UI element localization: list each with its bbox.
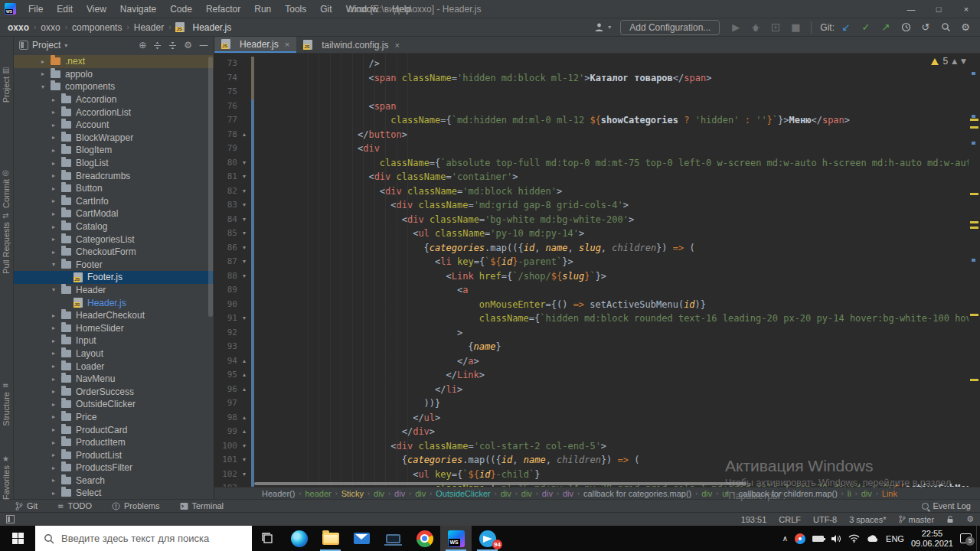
- chevron-right-icon[interactable]: ▸: [52, 312, 61, 319]
- chevron-right-icon[interactable]: ▸: [52, 401, 61, 408]
- run-icon[interactable]: ▶: [729, 21, 743, 34]
- code-line-97[interactable]: 97))}: [214, 396, 980, 411]
- fold-marker-icon[interactable]: ▾: [237, 439, 251, 454]
- editor-crumb-div[interactable]: div: [501, 489, 511, 498]
- git-branch-widget[interactable]: master: [899, 515, 935, 524]
- fold-marker-icon[interactable]: ▴: [237, 425, 251, 439]
- taskbar-edge[interactable]: [283, 526, 315, 551]
- locate-file-icon[interactable]: ⊕: [139, 40, 146, 51]
- chevron-right-icon[interactable]: ▸: [52, 350, 61, 357]
- tree-item-header[interactable]: ▾Header: [14, 284, 214, 297]
- code-line-102[interactable]: 102▾<ul key={`${id}-child`}: [214, 468, 980, 482]
- fold-marker-icon[interactable]: ▴: [237, 368, 251, 383]
- close-tab-icon[interactable]: ×: [395, 41, 400, 50]
- chevron-right-icon[interactable]: ▸: [52, 388, 61, 395]
- chevron-right-icon[interactable]: ▸: [52, 122, 61, 129]
- search-icon[interactable]: [939, 21, 952, 34]
- chevron-right-icon[interactable]: ▸: [52, 172, 61, 179]
- tree-item-footer-js[interactable]: Footer.js: [14, 271, 214, 284]
- menu-view[interactable]: View: [80, 0, 113, 18]
- code-line-84[interactable]: 84▾<div className='bg-white md:bg-white-…: [214, 213, 980, 227]
- chevron-right-icon[interactable]: ▸: [52, 363, 61, 370]
- tool-window-problems[interactable]: Problems: [112, 501, 159, 510]
- stripe-item-favorites[interactable]: Favorites: [2, 465, 11, 500]
- menu-refactor[interactable]: Refactor: [199, 0, 247, 18]
- highlighting-level-icon[interactable]: ⚙: [966, 514, 974, 524]
- panel-settings-gear-icon[interactable]: ⚙: [184, 40, 192, 51]
- editor-crumb-header[interactable]: header: [305, 489, 331, 498]
- expand-all-icon[interactable]: [153, 41, 162, 50]
- chevron-right-icon[interactable]: ▸: [52, 236, 61, 243]
- editor-crumb-callback-for-categories-map-[interactable]: callback for categories.map(): [583, 489, 691, 498]
- code-line-101[interactable]: 101▾{categories.map(({id, name, children…: [214, 453, 980, 468]
- editor-crumb-outsideclicker[interactable]: OutsideClicker: [436, 489, 491, 498]
- editor-crumb-div[interactable]: div: [861, 489, 872, 498]
- menu-run[interactable]: Run: [247, 0, 278, 18]
- tree-item-appolo[interactable]: ▸appolo: [14, 68, 214, 81]
- file-encoding[interactable]: UTF-8: [813, 515, 837, 524]
- tree-item-cartmodal[interactable]: ▸CartModal: [14, 207, 214, 220]
- coverage-icon[interactable]: [769, 21, 782, 34]
- editor-crumb-div[interactable]: div: [394, 489, 405, 498]
- menu-edit[interactable]: Edit: [50, 0, 80, 18]
- tree-item-productcard[interactable]: ▸ProductCard: [14, 423, 214, 436]
- fold-marker-icon[interactable]: ▾: [237, 156, 251, 171]
- tool-window-git[interactable]: Git: [15, 501, 38, 510]
- tree-item-price[interactable]: ▸Price: [14, 411, 214, 424]
- tree-item-ordersuccess[interactable]: ▸OrderSuccess: [14, 385, 214, 398]
- editor-crumb-ul[interactable]: ul: [722, 489, 729, 498]
- tool-window-terminal[interactable]: Terminal: [180, 501, 224, 510]
- lock-icon[interactable]: [946, 515, 954, 523]
- editor-crumb-li[interactable]: li: [848, 489, 851, 498]
- menu-code[interactable]: Code: [163, 0, 199, 18]
- chevron-right-icon[interactable]: ▸: [52, 96, 61, 103]
- fold-marker-icon[interactable]: ▴: [237, 383, 251, 397]
- editor-crumb-div[interactable]: div: [563, 489, 573, 498]
- code-line-76[interactable]: 76<span: [214, 99, 980, 114]
- tree-item-footer[interactable]: ▾Footer: [14, 259, 214, 272]
- tree-item-components[interactable]: ▾components: [14, 80, 214, 93]
- tree-item-select[interactable]: ▸Select: [14, 487, 214, 499]
- code-line-93[interactable]: 93{name}: [214, 340, 980, 354]
- collapse-all-icon[interactable]: [168, 41, 177, 50]
- stripe-item-project[interactable]: Project: [2, 77, 11, 103]
- code-line-85[interactable]: 85▾<ul className='py-10 md:py-14'>: [214, 227, 980, 241]
- code-line-91[interactable]: 91▾className={`hidden md:block rounded t…: [214, 311, 980, 326]
- tab-tailwind-config-js[interactable]: tailwind.config.js ×: [296, 37, 407, 53]
- fold-marker-icon[interactable]: ▾: [237, 198, 251, 213]
- menu-git[interactable]: Git: [313, 0, 338, 18]
- editor-crumb-div[interactable]: div: [542, 489, 553, 498]
- editor-crumb-div[interactable]: div: [701, 489, 712, 498]
- language-indicator[interactable]: ENG: [886, 534, 904, 543]
- editor-crumb-link[interactable]: Link: [882, 489, 897, 498]
- code-line-92[interactable]: 92>: [214, 326, 980, 341]
- close-button[interactable]: ×: [952, 0, 980, 18]
- notifications-icon[interactable]: 5: [960, 533, 972, 543]
- tree-item--next[interactable]: ▸.next: [14, 55, 214, 68]
- tree-item-categorieslist[interactable]: ▸CategoriesList: [14, 233, 214, 246]
- editor-crumb-callback-for-children-map-[interactable]: callback for children.map(): [739, 489, 838, 498]
- git-push-icon[interactable]: ↗: [879, 21, 893, 34]
- tree-item-productitem[interactable]: ▸ProductItem: [14, 436, 214, 449]
- fold-marker-icon[interactable]: ▾: [237, 184, 251, 199]
- chevron-right-icon[interactable]: ▸: [52, 413, 61, 420]
- code-line-99[interactable]: 99▴</div>: [214, 425, 980, 439]
- chevron-right-icon[interactable]: ▸: [52, 376, 61, 383]
- tool-window-switcher-icon[interactable]: [6, 515, 15, 523]
- fold-marker-icon[interactable]: ▾: [237, 213, 251, 227]
- stripe-item-commit[interactable]: Commit: [2, 179, 11, 208]
- tree-item-outsideclicker[interactable]: ▸OutsideClicker: [14, 398, 214, 411]
- history-icon[interactable]: [899, 21, 913, 34]
- tree-item-layout[interactable]: ▸Layout: [14, 347, 214, 360]
- breadcrumb-components[interactable]: components: [72, 22, 122, 33]
- breadcrumb-header-js[interactable]: Header.js: [175, 22, 231, 33]
- code-line-77[interactable]: 77className={`md:hidden md:ml-0 ml-12 ${…: [214, 113, 980, 128]
- tree-item-loader[interactable]: ▸Loader: [14, 360, 214, 373]
- maximize-button[interactable]: □: [925, 0, 952, 18]
- onedrive-cloud-icon[interactable]: [867, 535, 879, 543]
- event-log-button[interactable]: Event Log: [922, 501, 971, 510]
- code-line-86[interactable]: 86▾{categories.map(({id, name, slug, chi…: [214, 241, 980, 256]
- chevron-right-icon[interactable]: ▸: [41, 58, 51, 65]
- tree-item-button[interactable]: ▸Button: [14, 182, 214, 195]
- chevron-down-icon[interactable]: ▾: [52, 261, 61, 268]
